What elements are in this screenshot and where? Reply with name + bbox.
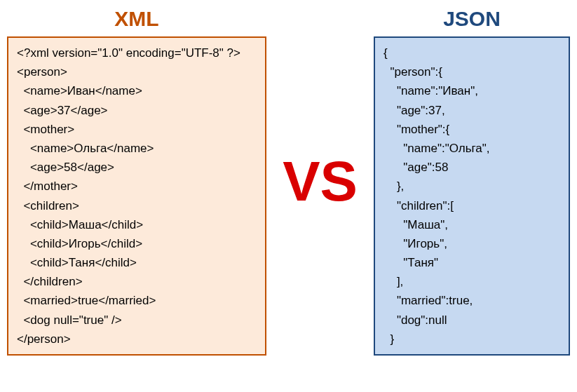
json-code-box: { "person":{ "name":"Иван", "age":37, "m… bbox=[374, 36, 570, 356]
vs-label: VS bbox=[283, 154, 358, 210]
xml-code-box: <?xml version="1.0" encoding="UTF-8" ?> … bbox=[7, 36, 266, 356]
json-heading: JSON bbox=[443, 7, 501, 31]
xml-heading: XML bbox=[114, 7, 158, 31]
xml-column: XML <?xml version="1.0" encoding="UTF-8"… bbox=[7, 7, 266, 356]
json-column: JSON { "person":{ "name":"Иван", "age":3… bbox=[374, 7, 570, 356]
comparison-container: XML <?xml version="1.0" encoding="UTF-8"… bbox=[7, 7, 570, 356]
